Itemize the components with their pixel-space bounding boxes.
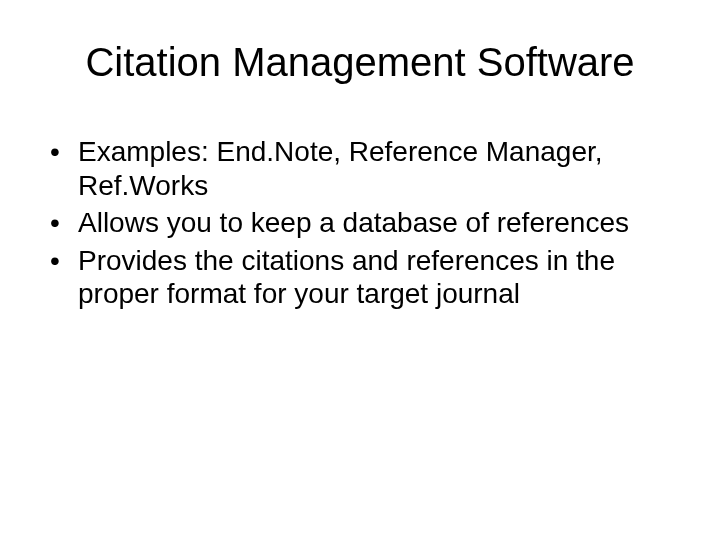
slide-title: Citation Management Software (40, 40, 680, 85)
slide: Citation Management Software Examples: E… (0, 0, 720, 540)
list-item: Allows you to keep a database of referen… (46, 206, 680, 240)
bullet-list: Examples: End.Note, Reference Manager, R… (46, 135, 680, 311)
list-item: Examples: End.Note, Reference Manager, R… (46, 135, 680, 202)
list-item: Provides the citations and references in… (46, 244, 680, 311)
